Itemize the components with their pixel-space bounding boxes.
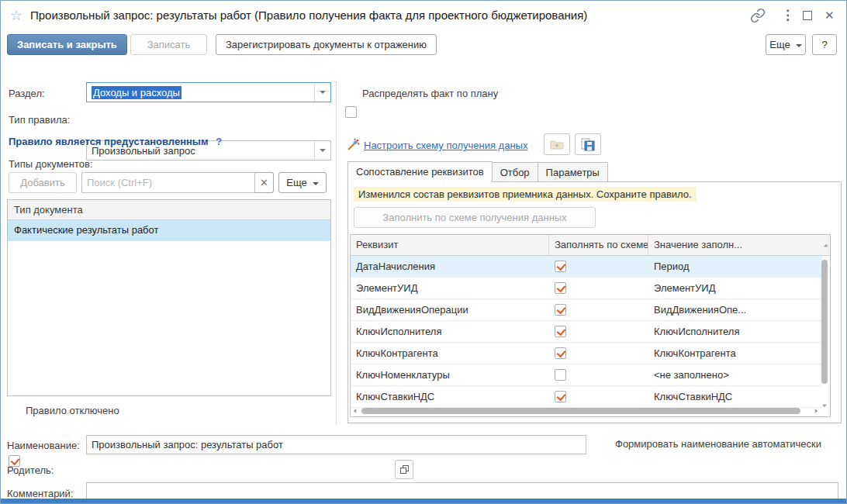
wand-icon [347, 138, 360, 154]
mapping-row[interactable]: ДатаНачисленияПериод [351, 256, 822, 278]
section-value: Доходы и расходы [92, 86, 182, 99]
attribute-name[interactable]: КлючНоменклатуры [351, 369, 549, 381]
fill-by-scheme-checkbox[interactable] [555, 391, 566, 402]
save-and-close-button[interactable]: Записать и закрыть [7, 34, 127, 55]
mapping-row[interactable]: ВидДвиженияОперацииВидДвиженияОпе... [351, 299, 822, 321]
mapping-row[interactable]: КлючКонтрагентаКлючКонтрагента [351, 343, 822, 364]
save-scheme-button[interactable] [575, 133, 601, 155]
vertical-scrollbar[interactable] [820, 257, 829, 408]
rule-type-label: Тип правила: [9, 114, 70, 126]
mapping-row[interactable]: КлючСтавкиНДСКлючСтавкиНДС [351, 386, 822, 408]
column-header-attribute[interactable]: Реквизит [351, 235, 549, 255]
mapping-row[interactable]: КлючИсполнителяКлючИсполнителя [351, 321, 822, 343]
fill-value[interactable]: КлючИсполнителя [648, 326, 822, 337]
fill-by-scheme-checkbox[interactable] [555, 369, 566, 381]
load-scheme-button [544, 133, 570, 155]
column-header-fill-value[interactable]: Значение заполн... [648, 235, 822, 255]
attribute-name[interactable]: ДатаНачисления [351, 261, 549, 272]
auto-name-label[interactable]: Формировать наименование автоматически [615, 438, 821, 450]
configure-scheme-link[interactable]: Настроить схему получения даных [364, 140, 527, 151]
attribute-name[interactable]: КлючКонтрагента [351, 347, 549, 359]
chevron-down-icon [313, 182, 319, 185]
mapping-table-header: Реквизит Заполнять по схеме Значение зап… [351, 235, 830, 256]
close-icon[interactable]: ✕ [825, 9, 835, 22]
distribute-fact-checkbox[interactable] [345, 106, 357, 118]
tab-attribute-mapping[interactable]: Сопоставление реквизитов [347, 161, 493, 182]
more-button-top[interactable]: Еще [766, 34, 806, 55]
doc-types-label: Типы документов: [9, 158, 93, 170]
section-label: Раздел: [9, 88, 45, 99]
folder-up-icon [550, 138, 564, 150]
fill-by-scheme-checkbox[interactable] [555, 347, 566, 359]
more-vertical-icon[interactable]: ⋮ [781, 7, 794, 23]
rule-edit-window: ☆ Произвольный запрос: результаты работ … [0, 0, 847, 504]
search-clear-icon[interactable]: ✕ [255, 172, 274, 193]
scroll-right-icon[interactable] [815, 409, 818, 413]
parent-open-button[interactable] [395, 460, 413, 479]
mapping-row[interactable]: ЭлементУИДЭлементУИД [351, 278, 822, 299]
tab-strip: Сопоставление реквизитов Отбор Параметры [347, 161, 607, 182]
favorite-star-icon[interactable]: ☆ [10, 7, 22, 24]
more-button-doc-types[interactable]: Еще [278, 172, 327, 193]
fill-value[interactable]: <не заполнено> [648, 369, 822, 381]
link-icon[interactable] [750, 8, 766, 26]
horizontal-scrollbar-thumb[interactable] [361, 408, 800, 414]
maximize-icon[interactable] [803, 11, 812, 20]
fill-value[interactable]: ВидДвиженияОпе... [648, 304, 822, 316]
horizontal-scrollbar[interactable] [351, 406, 821, 416]
attribute-name[interactable]: ВидДвиженияОперации [351, 304, 549, 316]
scroll-down-icon[interactable] [822, 405, 827, 408]
scroll-up-icon[interactable] [824, 243, 828, 247]
attribute-name[interactable]: ЭлементУИД [351, 282, 549, 294]
comment-input[interactable] [86, 482, 838, 500]
mapping-rows: ДатаНачисленияПериодЭлементУИДЭлементУИД… [351, 256, 822, 408]
parent-label: Родитель: [7, 464, 54, 476]
warning-message: Изменился состав реквизитов приемника да… [354, 187, 697, 202]
doc-types-table: Тип документа Фактические результаты раб… [7, 199, 331, 396]
chevron-down-icon[interactable] [314, 83, 330, 102]
separator [336, 81, 337, 424]
distribute-fact-label[interactable]: Распределять факт по плану [362, 88, 498, 99]
predefined-help-link[interactable]: ? [216, 136, 222, 147]
tab-filter[interactable]: Отбор [492, 162, 538, 182]
attribute-name[interactable]: КлючСтавкиНДС [351, 391, 549, 402]
chevron-down-icon [796, 44, 802, 47]
search-input[interactable] [81, 172, 255, 193]
fill-by-scheme-checkbox[interactable] [555, 326, 566, 337]
fill-value[interactable]: КлючКонтрагента [648, 347, 822, 359]
fill-value[interactable]: КлючСтавкиНДС [648, 391, 822, 402]
save-button: Записать [130, 34, 207, 55]
scroll-left-icon[interactable] [354, 409, 357, 413]
window-bottom-border [1, 499, 846, 503]
predefined-rule-label: Правило является предустановленным ? [9, 136, 222, 147]
page-title: Произвольный запрос: результаты работ (П… [30, 9, 587, 22]
floppy-disk-icon [581, 138, 595, 151]
fill-by-scheme-checkbox[interactable] [555, 282, 566, 294]
register-documents-button[interactable]: Зарегистрировать документы к отражению [216, 34, 437, 55]
vertical-scrollbar-thumb[interactable] [821, 260, 828, 384]
doc-types-column-header[interactable]: Тип документа [8, 200, 330, 220]
rule-disabled-label[interactable]: Правило отключено [26, 405, 119, 416]
column-header-fill-by-scheme[interactable]: Заполнять по схеме [549, 235, 648, 255]
name-input[interactable] [86, 435, 586, 454]
open-icon [399, 464, 410, 475]
section-combobox[interactable]: Доходы и расходы [86, 82, 331, 102]
name-label: Наименование: [7, 440, 80, 451]
help-button[interactable]: ? [812, 34, 837, 55]
attribute-mapping-table: Реквизит Заполнять по схеме Значение зап… [350, 234, 831, 417]
chevron-down-icon[interactable] [314, 141, 330, 160]
fill-value[interactable]: ЭлементУИД [648, 282, 822, 294]
doc-type-row[interactable]: Фактические результаты работ [8, 220, 330, 241]
fill-value[interactable]: Период [648, 261, 822, 272]
add-button: Добавить [9, 172, 77, 193]
comment-label: Комментарий: [7, 488, 74, 499]
attribute-name[interactable]: КлючИсполнителя [351, 326, 549, 337]
mapping-row[interactable]: КлючНоменклатуры<не заполнено> [351, 364, 822, 386]
fill-by-scheme-checkbox[interactable] [555, 304, 566, 316]
fill-by-scheme-checkbox[interactable] [555, 261, 566, 272]
tab-parameters[interactable]: Параметры [538, 162, 608, 182]
fill-by-scheme-button: Заполнить по схеме получения данных [354, 207, 596, 228]
